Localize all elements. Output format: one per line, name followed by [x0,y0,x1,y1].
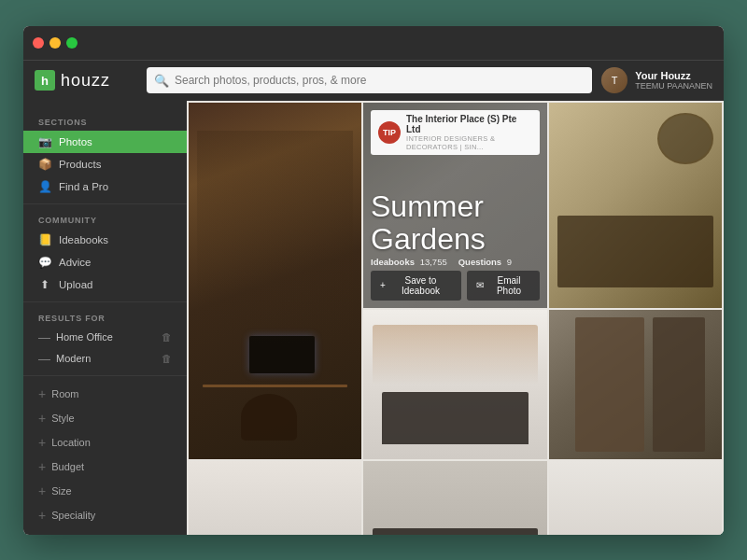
sidebar-item-photos-label: Photos [59,136,92,147]
sidebar-item-advice[interactable]: 💬 Advice [23,251,187,273]
photo-left-bottom[interactable] [189,461,361,535]
photo-center-bottom[interactable] [363,461,547,535]
filter-style[interactable]: + Style [23,406,187,430]
filter-style-label: Style [51,413,74,424]
window-controls [33,37,78,49]
sidebar-item-find-a-pro[interactable]: 👤 Find a Pro [23,175,187,198]
close-button[interactable] [33,37,44,49]
featured-overlay: TIP The Interior Place (S) Pte Ltd INTER… [363,103,547,308]
result-left: — Modern [38,352,91,366]
photo-right-mid[interactable] [549,310,722,459]
photo-right-bottom[interactable] [549,461,722,535]
minus-icon-2: — [38,352,50,366]
featured-title: Summer Gardens [371,190,540,256]
business-sub: INTERIOR DESIGNERS & DECORATORS | SIN... [406,134,532,151]
photo-decor-bottom [363,461,547,535]
photo-right-top[interactable] [549,103,722,308]
result-home-office[interactable]: — Home Office 🗑 [23,327,187,348]
filter-room[interactable]: + Room [23,382,187,406]
sidebar-item-advice-label: Advice [59,257,92,268]
filter-desk[interactable]: + Desk [23,527,187,535]
filter-speciality[interactable]: + Speciality [23,503,187,527]
user-name-label: TEEMU PAANANEN [635,81,712,91]
filter-size-label: Size [51,485,71,497]
photo-center-mid[interactable] [363,310,547,459]
photo-left-main[interactable] [189,103,361,459]
filter-room-label: Room [51,388,78,399]
user-info: Your Houzz TEEMU PAANANEN [635,70,712,91]
header: h houzz 🔍 T Your Houzz TEEMU PAANANEN [23,60,724,101]
results-label: RESULTS FOR [23,308,187,327]
business-name: The Interior Place (S) Pte Ltd [406,114,532,134]
sidebar-item-upload-label: Upload [59,279,92,290]
sidebar-item-products[interactable]: 📦 Products [23,153,187,175]
person-icon: 👤 [38,180,51,193]
main-content: SECTIONS 📷 Photos 📦 Products 👤 Find a Pr… [23,101,724,535]
sidebar-item-ideabooks-label: Ideabooks [59,234,108,245]
minimize-button[interactable] [49,37,61,49]
delete-modern-icon[interactable]: 🗑 [162,353,172,364]
filter-budget[interactable]: + Budget [23,455,187,479]
plus-icon-budget: + [38,459,46,474]
sidebar-item-findapro-label: Find a Pro [59,181,108,192]
logo-text: houzz [61,71,110,91]
result-modern-label: Modern [56,353,91,364]
featured-content: Summer Gardens Ideabooks 13,755 Question… [371,190,540,300]
filter-size[interactable]: + Size [23,479,187,503]
camera-icon: 📷 [38,135,51,148]
sidebar-item-products-label: Products [59,159,101,170]
maximize-button[interactable] [66,37,78,49]
result-home-office-label: Home Office [56,331,113,343]
result-modern[interactable]: — Modern 🗑 [23,348,187,370]
search-bar[interactable]: 🔍 [147,67,592,93]
mail-icon: ✉ [476,280,484,290]
upload-icon: ⬆ [38,278,51,291]
divider-3 [23,375,187,376]
divider-2 [23,301,187,302]
sections-label: SECTIONS [23,112,187,131]
photo-decor-rb [549,461,722,535]
houzz-logo-icon: h [35,70,55,91]
featured-stats: Ideabooks 13,755 Questions 9 [371,257,540,267]
app-window: h houzz 🔍 T Your Houzz TEEMU PAANANEN SE… [23,26,724,535]
book-icon: 📒 [38,233,51,246]
result-left: — Home Office [38,330,113,344]
sidebar-item-upload[interactable]: ⬆ Upload [23,273,187,296]
sidebar-item-ideabooks[interactable]: 📒 Ideabooks [23,229,187,251]
business-info: The Interior Place (S) Pte Ltd INTERIOR … [406,114,532,151]
plus-icon-style: + [38,411,46,426]
delete-home-office-icon[interactable]: 🗑 [162,331,172,343]
search-input[interactable] [175,74,585,87]
filter-location-label: Location [51,437,91,448]
filter-location[interactable]: + Location [23,430,187,455]
plus-icon-desk: + [38,532,46,535]
photo-grid: TIP The Interior Place (S) Pte Ltd INTER… [187,101,724,535]
featured-actions: + Save to Ideabook ✉ Email Photo [371,271,540,301]
logo-area: h houzz [35,70,137,91]
sidebar-item-photos[interactable]: 📷 Photos [23,131,187,153]
save-to-ideabook-button[interactable]: + Save to Ideabook [371,271,461,301]
stat-questions: Questions 9 [458,257,512,267]
filter-desk-label: Desk [51,534,75,535]
user-houzz-label: Your Houzz [635,70,712,81]
plus-icon-location: + [38,435,46,450]
plus-icon-speciality: + [38,508,46,523]
filter-budget-label: Budget [51,461,84,472]
email-photo-button[interactable]: ✉ Email Photo [467,271,540,301]
photo-featured[interactable]: TIP The Interior Place (S) Pte Ltd INTER… [363,103,547,308]
search-icon: 🔍 [154,74,169,88]
bookmark-icon: + [380,280,386,290]
title-bar [23,26,724,60]
message-icon: 💬 [38,256,51,269]
business-logo: TIP [378,121,401,144]
minus-icon: — [38,330,50,344]
stat-ideabooks: Ideabooks 13,755 [371,257,447,267]
plus-icon-room: + [38,386,46,401]
featured-business-bar: TIP The Interior Place (S) Pte Ltd INTER… [371,110,540,155]
plus-icon-size: + [38,483,46,498]
divider-1 [23,203,187,204]
avatar: T [601,67,627,93]
sidebar: SECTIONS 📷 Photos 📦 Products 👤 Find a Pr… [23,101,187,535]
community-label: COMMUNITY [23,210,187,229]
user-area[interactable]: T Your Houzz TEEMU PAANANEN [601,67,712,93]
